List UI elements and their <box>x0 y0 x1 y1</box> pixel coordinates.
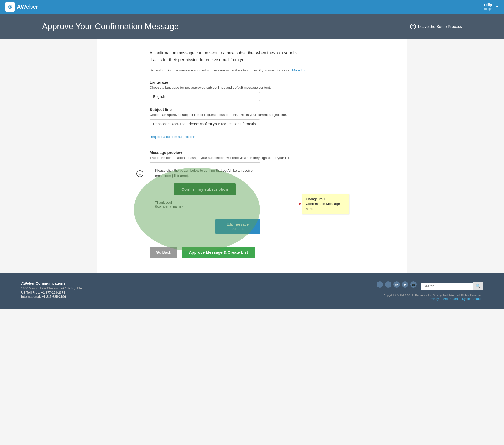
preview-box: Please click the button below to confirm… <box>150 162 260 214</box>
close-circle-icon: ✕ <box>410 24 416 29</box>
logo-area: @ AWeber <box>5 2 38 12</box>
user-sub: rdilipk1 <box>484 7 494 11</box>
leave-setup-label: Leave the Setup Process <box>418 24 462 29</box>
instagram-icon[interactable]: 📷 <box>410 281 417 288</box>
footer-left: AWeber Communications 1100 Manor Drive C… <box>21 281 82 299</box>
anti-spam-link[interactable]: Anti-Spam <box>443 297 458 301</box>
footer-tollfree: US Toll Free: +1 877-293-2371 <box>21 291 82 294</box>
footer-copyright: Copyright © 1998-2019. Reproduction Stri… <box>377 294 483 297</box>
language-label: Language <box>150 80 365 84</box>
intro-text: A confirmation message can be sent to a … <box>150 50 365 63</box>
leave-setup-link[interactable]: ✕ Leave the Setup Process <box>410 24 462 29</box>
social-icons: f t g+ ▶ 📷 <box>377 281 417 288</box>
privacy-link[interactable]: Privacy <box>429 297 439 301</box>
footer-address: 1100 Manor Drive Chalfont, PA 18914, USA <box>21 287 82 290</box>
tooltip-area: Change Your Confirmation Message here <box>265 194 349 214</box>
step-badge: 1 <box>136 170 143 177</box>
footer-intl: International: +1 215-825-2196 <box>21 295 82 299</box>
thank-you-text: Thank you! {!company_name} <box>155 200 254 208</box>
top-navigation: @ AWeber Dilip rdilipk1 ▼ <box>0 0 504 14</box>
subject-select-wrapper: Response Required: Please confirm your r… <box>150 119 365 128</box>
page-footer: AWeber Communications 1100 Manor Drive C… <box>0 273 504 309</box>
subject-label: Subject line <box>150 107 365 112</box>
system-status-link[interactable]: System Status <box>462 297 482 301</box>
preview-body-text: Please click the button below to confirm… <box>155 168 254 178</box>
footer-right: f t g+ ▶ 📷 🔍 Copyright © 1998-2019. Repr… <box>377 281 483 301</box>
approve-create-list-button[interactable]: Approve Message & Create List <box>182 247 255 258</box>
page-header: Approve Your Confirmation Message ✕ Leav… <box>0 14 504 39</box>
tooltip-arrow-line <box>265 201 302 206</box>
footer-company: AWeber Communications <box>21 281 82 285</box>
preview-label: Message preview <box>150 150 365 155</box>
go-back-button[interactable]: Go Back <box>150 247 177 258</box>
main-content: A confirmation message can be sent to a … <box>97 39 407 273</box>
more-info-text: By customizing the message your subscrib… <box>150 68 365 72</box>
svg-marker-1 <box>299 203 302 205</box>
footer-actions: Go Back Approve Message & Create List <box>150 247 365 258</box>
chevron-down-icon: ▼ <box>496 5 499 9</box>
confirm-subscription-button[interactable]: Confirm my subscription <box>174 183 236 195</box>
language-desc: Choose a language for pre-approved subje… <box>150 86 365 89</box>
facebook-icon[interactable]: f <box>377 281 383 288</box>
logo-icon: @ <box>5 2 15 12</box>
footer-search: 🔍 <box>421 282 483 290</box>
footer-search-button[interactable]: 🔍 <box>473 282 483 290</box>
language-select[interactable]: English <box>150 92 260 101</box>
footer-separator1: | <box>440 297 442 301</box>
preview-section: 1 Please click the button below to confi… <box>150 162 260 214</box>
footer-separator2: | <box>459 297 461 301</box>
logo-text: AWeber <box>17 3 38 10</box>
subject-desc: Choose an approved subject line or reque… <box>150 113 365 117</box>
footer-search-input[interactable] <box>421 283 473 290</box>
language-select-wrapper: English <box>150 92 365 101</box>
subject-select[interactable]: Response Required: Please confirm your r… <box>150 119 260 128</box>
edit-message-button[interactable]: Edit message content <box>215 219 260 234</box>
custom-subject-link[interactable]: Request a custom subject line <box>150 135 195 139</box>
page-title: Approve Your Confirmation Message <box>42 22 179 31</box>
user-name: Dilip <box>484 3 494 7</box>
more-info-link[interactable]: More Info. <box>292 68 308 72</box>
tooltip-arrow-svg <box>265 201 302 206</box>
preview-desc: This is the confirmation message your su… <box>150 156 365 160</box>
twitter-icon[interactable]: t <box>385 281 391 288</box>
user-menu[interactable]: Dilip rdilipk1 ▼ <box>484 3 499 11</box>
googleplus-icon[interactable]: g+ <box>393 281 400 288</box>
tooltip-box: Change Your Confirmation Message here <box>302 194 349 214</box>
footer-links: Privacy | Anti-Spam | System Status <box>377 297 483 301</box>
youtube-icon[interactable]: ▶ <box>402 281 408 288</box>
